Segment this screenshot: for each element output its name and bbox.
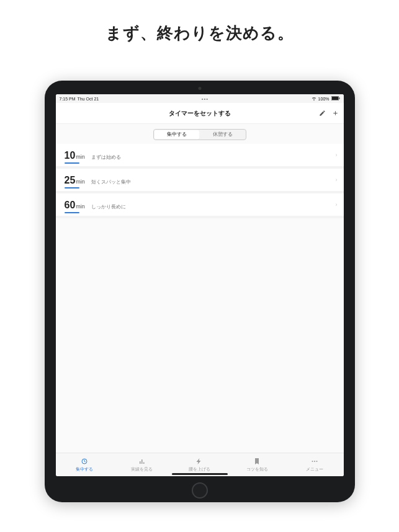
plus-icon[interactable]: [332, 108, 339, 119]
wifi-icon: [312, 96, 316, 102]
tab-label: コツを知る: [246, 467, 268, 472]
preset-unit: min: [76, 203, 85, 210]
ellipsis-icon: [311, 458, 318, 466]
tab-label: 腰を上げる: [189, 467, 210, 472]
tab-label: 集中する: [76, 467, 93, 472]
status-time: 7:15 PM: [60, 97, 76, 101]
tab-bar: 集中する 実績を見る 腰を上げる コツを知る メニュー: [56, 453, 344, 476]
tab-menu[interactable]: メニュー: [286, 453, 344, 476]
accent-underline: [65, 187, 79, 188]
preset-label: 短くスパッと集中: [91, 179, 131, 185]
status-more: •••: [202, 96, 208, 102]
clock-icon: [81, 458, 88, 466]
svg-rect-2: [339, 97, 339, 99]
tab-label: メニュー: [306, 467, 323, 472]
preset-value: 25: [65, 175, 76, 186]
bolt-icon: [195, 458, 203, 466]
tab-label: 実績を見る: [131, 467, 153, 472]
home-indicator: [172, 473, 228, 475]
tablet-frame: 7:15 PM Thu Oct 21 ••• 100% タイマーをセットする: [45, 81, 355, 502]
screen: 7:15 PM Thu Oct 21 ••• 100% タイマーをセットする: [56, 94, 344, 476]
preset-label: しっかり長めに: [91, 203, 126, 210]
preset-unit: min: [76, 154, 85, 160]
preset-row-25[interactable]: 25min 短くスパッと集中 ›: [56, 169, 344, 193]
preset-unit: min: [76, 179, 85, 185]
preset-row-60[interactable]: 60min しっかり長めに ›: [56, 193, 344, 218]
pencil-icon[interactable]: [319, 108, 326, 119]
battery-icon: [331, 96, 340, 101]
status-bar: 7:15 PM Thu Oct 21 ••• 100%: [56, 94, 344, 103]
device-camera: [198, 87, 201, 90]
preset-row-10[interactable]: 10min まずは始める ›: [56, 144, 344, 169]
preset-value: 60: [65, 200, 76, 211]
tab-focus[interactable]: 集中する: [56, 453, 114, 476]
home-button[interactable]: [192, 482, 208, 499]
bar-chart-icon: [138, 458, 146, 466]
nav-title: タイマーをセットする: [169, 109, 231, 118]
tab-tips[interactable]: コツを知る: [228, 453, 286, 476]
page-headline: まず、終わりを決める。: [0, 22, 399, 44]
chevron-right-icon: ›: [336, 152, 338, 158]
svg-point-4: [312, 461, 313, 462]
svg-point-5: [314, 461, 315, 462]
accent-underline: [65, 162, 79, 164]
preset-value: 10: [65, 150, 76, 161]
chevron-right-icon: ›: [336, 202, 338, 208]
accent-underline: [65, 212, 79, 213]
nav-bar: タイマーをセットする: [56, 103, 344, 124]
preset-label: まずは始める: [91, 154, 121, 161]
preset-list: 10min まずは始める › 25min 短くスパッと集中 › 60min しっ…: [56, 144, 344, 453]
segment-break[interactable]: 休憩する: [200, 130, 246, 140]
svg-point-6: [316, 461, 318, 462]
bookmark-icon: [253, 458, 261, 466]
chevron-right-icon: ›: [336, 177, 338, 183]
status-date: Thu Oct 21: [78, 97, 99, 101]
segment-focus[interactable]: 集中する: [154, 130, 200, 140]
battery-pct: 100%: [318, 97, 330, 101]
svg-rect-1: [331, 97, 338, 100]
segmented-control: 集中する 休憩する: [153, 129, 246, 140]
tab-stats[interactable]: 実績を見る: [113, 453, 171, 476]
